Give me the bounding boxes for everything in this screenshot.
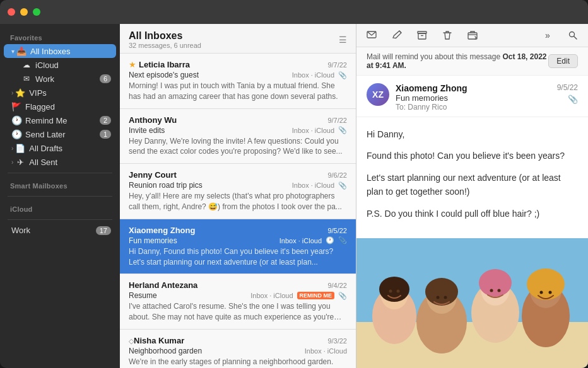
svg-point-26 [490, 289, 493, 292]
sidebar-item-work[interactable]: ✉ Work 6 [4, 72, 116, 86]
message-preview: Hey, y'all! Here are my selects (that's … [129, 191, 347, 212]
message-item[interactable]: Jenny Court 9/6/22 Reunion road trip pic… [120, 164, 356, 219]
message-item[interactable]: Herland Antezana 9/4/22 Resume Inbox · i… [120, 274, 356, 330]
remind-me-icon: 🕐 [11, 115, 21, 125]
sidebar: Favorites ▾ 📥 All Inboxes ☁ iCloud ✉ Wor… [0, 24, 120, 368]
close-button[interactable] [8, 8, 15, 16]
message-subject: Fun memories [129, 236, 276, 245]
message-account: Inbox · iCloud [292, 127, 334, 134]
star-icon: ⭐ [15, 88, 25, 98]
message-sender: Xiaomeng Zhong [129, 226, 322, 235]
maximize-button[interactable] [33, 8, 40, 16]
message-sender: Herland Antezana [129, 280, 322, 290]
sidebar-item-label: All Inboxes [30, 47, 111, 56]
reading-pane: » Mail will remind you about this messag… [356, 24, 588, 368]
traffic-lights [8, 8, 40, 16]
reply-button[interactable] [364, 28, 379, 43]
reading-content: Mail will remind you about this message … [356, 47, 588, 368]
edit-reminder-button[interactable]: Edit [548, 54, 578, 68]
sidebar-item-label: Work [35, 74, 100, 84]
message-date: 9/4/22 [327, 282, 347, 289]
message-preview: Hi Danny, Found this photo! Can you beli… [129, 246, 347, 268]
message-sender: Leticia Ibarra [139, 60, 322, 69]
sidebar-item-label: All Drafts [29, 144, 111, 153]
message-sender: Anthony Wu [129, 115, 322, 125]
minimize-button[interactable] [20, 8, 28, 16]
svg-point-18 [479, 269, 512, 297]
sidebar-item-vips[interactable]: › ⭐ VIPs [4, 86, 116, 100]
message-item-selected[interactable]: Xiaomeng Zhong 9/5/22 Fun memories Inbox… [120, 219, 356, 275]
sidebar-item-send-later[interactable]: 🕐 Send Later 1 [4, 127, 116, 141]
messages-scroll[interactable]: ★ Leticia Ibarra 9/7/22 Next episode's g… [120, 54, 356, 368]
sidebar-divider-2 [8, 196, 112, 197]
message-account: Inbox · iCloud [250, 292, 293, 299]
compose-button[interactable] [389, 28, 404, 43]
more-button[interactable]: » [540, 28, 555, 43]
message-subject: Reunion road trip pics [129, 181, 288, 190]
send-later-icon: 🕐 [11, 129, 21, 139]
email-meta: Xiaomeng Zhong Fun memories To: Danny Ri… [396, 83, 551, 112]
clock-icon: 🕐 [326, 236, 334, 244]
sidebar-item-flagged[interactable]: 🚩 Flagged [4, 100, 116, 113]
sidebar-item-label: All Sent [29, 158, 111, 167]
archive-button[interactable] [415, 28, 430, 43]
sidebar-item-all-drafts[interactable]: › 📄 All Drafts [4, 141, 116, 155]
drafts-icon: 📄 [15, 143, 25, 153]
svg-point-27 [498, 289, 501, 292]
sidebar-item-icloud[interactable]: ☁ iCloud [4, 58, 116, 72]
message-item[interactable]: ★ Leticia Ibarra 9/7/22 Next episode's g… [120, 54, 356, 109]
sidebar-item-label: Flagged [25, 102, 111, 112]
inbox-icon: 📥 [16, 46, 26, 56]
work-mailbox-icon: ✉ [21, 74, 32, 84]
attachment-icon: 📎 [338, 236, 347, 244]
chevron-right-icon: › [11, 159, 13, 166]
email-to: To: Danny Rico [396, 103, 551, 112]
svg-point-29 [549, 290, 552, 294]
sidebar-item-label: VIPs [29, 88, 111, 98]
message-date: 9/3/22 [327, 337, 347, 345]
favorites-section-label: Favorites [0, 29, 120, 44]
sidebar-item-all-sent[interactable]: › ✈ All Sent [4, 155, 116, 169]
flag-icon: 🚩 [11, 101, 21, 112]
sidebar-item-label: Remind Me [25, 116, 100, 125]
svg-point-25 [444, 296, 447, 299]
email-body-line-2: Found this photo! Can you believe it's b… [367, 149, 578, 163]
message-list: All Inboxes 32 messages, 6 unread ☰ ★ Le… [120, 24, 356, 368]
message-account: Inbox · iCloud [292, 71, 334, 79]
email-date: 9/5/22 [557, 83, 578, 92]
move-button[interactable] [465, 28, 480, 43]
svg-point-24 [437, 296, 440, 299]
email-body-line-1: Hi Danny, [367, 127, 578, 141]
message-date: 9/7/22 [327, 117, 347, 124]
send-later-badge: 1 [100, 130, 111, 139]
attachment-icon: 📎 [338, 71, 347, 79]
message-item[interactable]: ◇ Nisha Kumar 9/3/22 Neighborhood garden… [120, 330, 356, 368]
search-button[interactable] [565, 28, 580, 43]
smart-mailboxes-section-label: Smart Mailboxes [0, 177, 120, 192]
remind-me-badge: 2 [100, 116, 111, 125]
reminder-text: Mail will remind you about this message … [367, 52, 548, 70]
sidebar-item-all-inboxes[interactable]: ▾ 📥 All Inboxes [4, 44, 116, 58]
sidebar-item-remind-me[interactable]: 🕐 Remind Me 2 [4, 113, 116, 127]
attachment-icon: 📎 [338, 181, 347, 190]
svg-point-21 [527, 268, 565, 300]
svg-line-6 [574, 37, 577, 40]
message-date: 9/7/22 [327, 61, 347, 69]
inbox-subtitle: 32 messages, 6 unread [129, 42, 201, 49]
message-item[interactable]: Anthony Wu 9/7/22 Invite edits Inbox · i… [120, 109, 356, 164]
sidebar-item-label: iCloud [35, 60, 111, 70]
message-sender: Jenny Court [129, 170, 322, 180]
message-preview: Morning! I was put in touch with Tania b… [129, 81, 347, 102]
icloud-section-label: iCloud [0, 200, 120, 216]
filter-icon[interactable]: ☰ [339, 35, 347, 45]
svg-point-28 [540, 290, 543, 294]
sidebar-item-work-section[interactable]: Work 17 [4, 224, 116, 237]
work-section-badge: 17 [96, 226, 111, 235]
email-photo-attachment [356, 238, 588, 368]
message-subject: Invite edits [129, 126, 288, 135]
message-account: Inbox · iCloud [305, 347, 347, 355]
title-bar [0, 0, 588, 24]
message-preview: We're in the early stages of planning a … [129, 357, 347, 368]
trash-button[interactable] [440, 28, 455, 43]
email-from-name: Xiaomeng Zhong [396, 83, 551, 93]
